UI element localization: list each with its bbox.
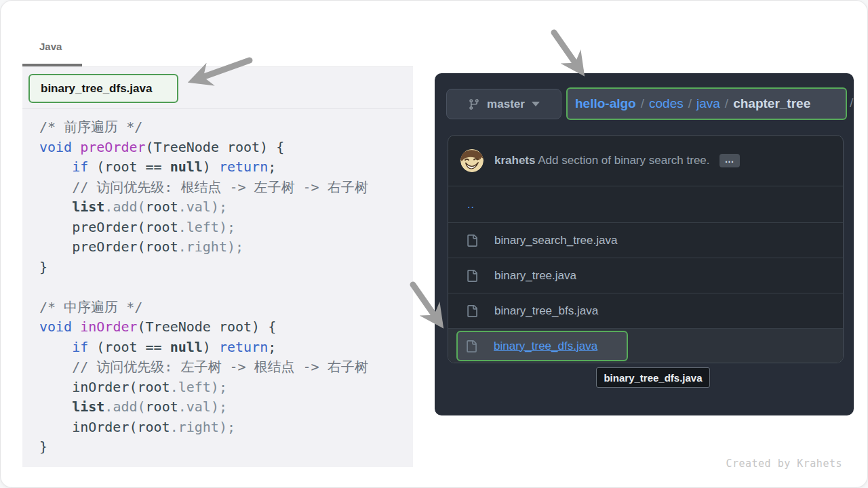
commit-author[interactable]: krahets bbox=[494, 154, 535, 167]
breadcrumb-separator: / bbox=[688, 96, 692, 111]
code-file-header: binary_tree_dfs.java bbox=[22, 66, 413, 109]
breadcrumb-highlight-box: hello-algo / codes / java / chapter_tree bbox=[566, 87, 847, 120]
git-branch-icon bbox=[468, 98, 480, 110]
code-line: // 访问优先级: 左子树 -> 根结点 -> 右子树 bbox=[39, 357, 368, 378]
code-line: } bbox=[39, 437, 368, 458]
list-item-file[interactable]: binary_tree.java bbox=[448, 258, 843, 293]
breadcrumb-separator: / bbox=[641, 96, 644, 111]
filename-tooltip: binary_tree_dfs.java bbox=[596, 367, 710, 388]
code-line: /* 中序遍历 */ bbox=[39, 298, 368, 318]
filename-highlight-box: binary_tree_dfs.java bbox=[28, 74, 178, 103]
list-item-file-highlighted[interactable]: binary_tree_dfs.java bbox=[448, 328, 843, 363]
breadcrumb-current-dir: chapter_tree bbox=[733, 96, 810, 111]
tab-java[interactable]: Java bbox=[39, 41, 62, 52]
commit-more-button[interactable]: … bbox=[719, 154, 740, 167]
branch-name-label: master bbox=[487, 98, 525, 111]
file-icon bbox=[466, 235, 478, 247]
github-browser-panel: master hello-algo / codes / java / chapt… bbox=[435, 73, 854, 415]
breadcrumb-repo-link[interactable]: hello-algo bbox=[575, 96, 636, 111]
code-line: inOrder(root.right); bbox=[39, 418, 368, 438]
code-line: void preOrder(TreeNode root) { bbox=[39, 138, 368, 158]
code-line: preOrder(root.left); bbox=[39, 218, 368, 238]
code-line: list.add(root.val); bbox=[39, 397, 368, 418]
file-name[interactable]: binary_tree.java bbox=[494, 269, 576, 283]
file-icon bbox=[466, 305, 478, 317]
credit-text: Created by Krahets bbox=[726, 458, 842, 470]
list-item-file[interactable]: binary_tree_bfs.java bbox=[448, 293, 843, 328]
latest-commit-row: krahets Add section of binary search tre… bbox=[448, 136, 843, 186]
code-line: if (root == null) return; bbox=[39, 338, 368, 358]
commit-message-line: krahets Add section of binary search tre… bbox=[494, 136, 740, 186]
code-line: } bbox=[39, 258, 368, 278]
krahets-avatar[interactable] bbox=[460, 149, 484, 172]
code-block: /* 前序遍历 */void preOrder(TreeNode root) {… bbox=[39, 117, 368, 458]
list-item-file[interactable]: binary_search_tree.java bbox=[448, 222, 843, 258]
parent-dir-link[interactable]: .. bbox=[467, 199, 475, 211]
file-list-card: krahets Add section of binary search tre… bbox=[448, 135, 844, 363]
file-name-link[interactable]: binary_tree_dfs.java bbox=[494, 340, 597, 353]
file-name[interactable]: binary_tree_bfs.java bbox=[494, 304, 598, 318]
commit-message[interactable]: Add section of binary search tree. bbox=[535, 154, 709, 167]
figure-canvas: Java binary_tree_dfs.java /* 前序遍历 */void… bbox=[0, 0, 868, 488]
tab-active-indicator bbox=[22, 64, 82, 66]
breadcrumb-trailing-slash: / bbox=[850, 96, 853, 110]
code-line: preOrder(root.right); bbox=[39, 237, 368, 258]
file-name[interactable]: binary_search_tree.java bbox=[494, 234, 617, 247]
code-line bbox=[39, 277, 368, 298]
code-line: void inOrder(TreeNode root) { bbox=[39, 317, 368, 338]
code-line: inOrder(root.left); bbox=[39, 378, 368, 398]
file-highlight-box: binary_tree_dfs.java bbox=[456, 331, 628, 361]
code-line: // 访问优先级: 根结点 -> 左子树 -> 右子树 bbox=[39, 178, 368, 198]
code-viewer-panel: binary_tree_dfs.java /* 前序遍历 */void preO… bbox=[22, 66, 413, 467]
arrow-to-breadcrumb bbox=[554, 33, 580, 70]
list-item-parent-dir[interactable]: .. bbox=[448, 186, 843, 222]
code-line: if (root == null) return; bbox=[39, 157, 368, 178]
file-icon bbox=[466, 270, 478, 282]
chevron-down-icon bbox=[532, 102, 540, 106]
code-area: /* 前序遍历 */void preOrder(TreeNode root) {… bbox=[22, 110, 413, 467]
breadcrumb-dir-java[interactable]: java bbox=[696, 96, 720, 111]
code-line: /* 前序遍历 */ bbox=[39, 117, 368, 138]
code-line: list.add(root.val); bbox=[39, 197, 368, 218]
file-icon bbox=[465, 340, 477, 352]
breadcrumb-separator: / bbox=[725, 96, 728, 111]
breadcrumb-dir-codes[interactable]: codes bbox=[649, 96, 684, 111]
branch-selector-button[interactable]: master bbox=[446, 89, 561, 119]
